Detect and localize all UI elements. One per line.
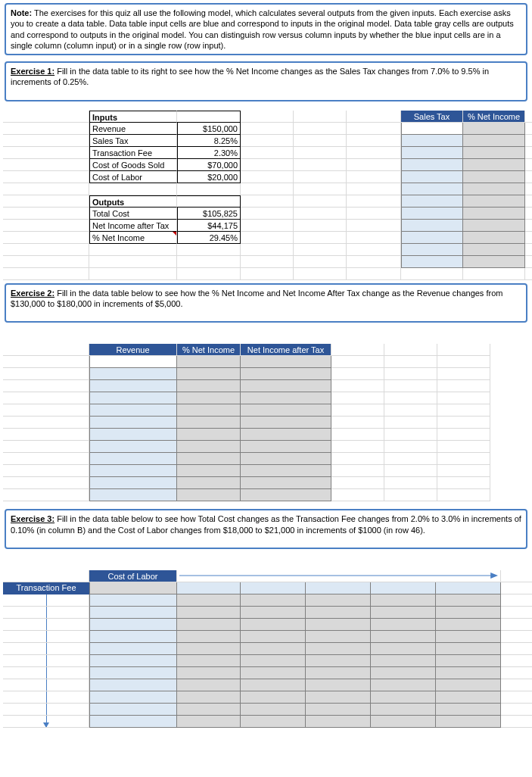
dt1-input-cell[interactable] <box>401 195 463 208</box>
dt3-output-cell[interactable] <box>306 655 371 667</box>
dt2-output-cell[interactable] <box>241 392 331 404</box>
dt1-output-cell[interactable] <box>463 220 525 232</box>
dt3-output-cell[interactable] <box>371 679 436 691</box>
dt2-output-cell[interactable] <box>177 368 241 380</box>
dt3-col-input-cell[interactable] <box>89 655 177 667</box>
dt3-output-cell[interactable] <box>371 631 436 643</box>
dt3-output-cell[interactable] <box>177 631 241 643</box>
dt3-output-cell[interactable] <box>177 655 241 667</box>
dt1-output-cell[interactable] <box>463 123 525 135</box>
dt1-output-cell[interactable] <box>463 147 525 159</box>
dt3-row-input-cell[interactable] <box>371 582 436 594</box>
dt1-output-cell[interactable] <box>463 183 525 195</box>
dt2-output-cell[interactable] <box>177 489 241 501</box>
dt3-output-cell[interactable] <box>241 607 306 619</box>
dt2-output-cell[interactable] <box>177 356 241 368</box>
dt3-output-cell[interactable] <box>241 691 306 704</box>
dt3-output-cell[interactable] <box>177 619 241 631</box>
dt2-input-cell[interactable] <box>89 453 177 465</box>
dt3-output-cell[interactable] <box>371 643 436 655</box>
dt2-output-cell[interactable] <box>177 429 241 441</box>
dt2-input-cell[interactable] <box>89 392 177 404</box>
dt3-output-cell[interactable] <box>177 594 241 607</box>
dt3-col-input-cell[interactable] <box>89 704 177 716</box>
dt3-output-cell[interactable] <box>306 667 371 679</box>
dt2-output-cell[interactable] <box>241 356 331 368</box>
dt3-row-input-cell[interactable] <box>241 582 306 594</box>
dt2-output-cell[interactable] <box>177 392 241 404</box>
dt3-output-cell[interactable] <box>306 631 371 643</box>
dt3-output-cell[interactable] <box>436 643 501 655</box>
dt3-output-cell[interactable] <box>241 704 306 716</box>
dt3-col-input-cell[interactable] <box>89 679 177 691</box>
dt2-output-cell[interactable] <box>241 465 331 477</box>
dt3-output-cell[interactable] <box>241 655 306 667</box>
dt3-output-cell[interactable] <box>306 716 371 728</box>
dt2-output-cell[interactable] <box>177 380 241 392</box>
dt2-output-cell[interactable] <box>241 368 331 380</box>
dt3-col-input-cell[interactable] <box>89 619 177 631</box>
dt2-output-cell[interactable] <box>177 465 241 477</box>
dt2-output-cell[interactable] <box>177 477 241 489</box>
dt2-output-cell[interactable] <box>241 404 331 417</box>
dt2-output-cell[interactable] <box>177 404 241 417</box>
dt3-output-cell[interactable] <box>436 619 501 631</box>
dt1-output-cell[interactable] <box>463 171 525 183</box>
dt3-output-cell[interactable] <box>436 631 501 643</box>
dt3-output-cell[interactable] <box>306 619 371 631</box>
dt2-input-cell[interactable] <box>89 465 177 477</box>
dt3-col-input-cell[interactable] <box>89 716 177 728</box>
dt1-input-cell[interactable] <box>401 183 463 195</box>
dt3-output-cell[interactable] <box>371 704 436 716</box>
dt1-input-cell[interactable] <box>401 220 463 232</box>
dt2-input-cell[interactable] <box>89 380 177 392</box>
dt1-input-cell[interactable] <box>401 147 463 159</box>
dt3-output-cell[interactable] <box>306 594 371 607</box>
dt3-output-cell[interactable] <box>436 667 501 679</box>
dt3-output-cell[interactable] <box>371 655 436 667</box>
dt3-output-cell[interactable] <box>306 704 371 716</box>
dt3-col-input-cell[interactable] <box>89 607 177 619</box>
dt2-output-cell[interactable] <box>177 441 241 453</box>
dt3-row-input-cell[interactable] <box>436 582 501 594</box>
dt1-input-cell[interactable] <box>401 135 463 147</box>
dt2-output-cell[interactable] <box>241 453 331 465</box>
dt3-output-cell[interactable] <box>241 619 306 631</box>
dt3-output-cell[interactable] <box>177 643 241 655</box>
dt2-output-cell[interactable] <box>241 417 331 429</box>
dt2-input-cell[interactable] <box>89 368 177 380</box>
dt3-output-cell[interactable] <box>371 691 436 704</box>
dt2-input-cell[interactable] <box>89 429 177 441</box>
dt3-col-input-cell[interactable] <box>89 643 177 655</box>
dt2-input-cell[interactable] <box>89 441 177 453</box>
dt3-col-input-cell[interactable] <box>89 691 177 704</box>
dt3-output-cell[interactable] <box>436 716 501 728</box>
dt3-output-cell[interactable] <box>177 691 241 704</box>
dt1-output-cell[interactable] <box>463 256 525 268</box>
dt3-output-cell[interactable] <box>436 607 501 619</box>
dt1-output-cell[interactable] <box>463 208 525 220</box>
dt3-col-input-cell[interactable] <box>89 594 177 607</box>
dt3-output-cell[interactable] <box>436 704 501 716</box>
dt1-input-cell[interactable] <box>401 159 463 171</box>
dt1-input-cell[interactable] <box>401 232 463 244</box>
dt2-output-cell[interactable] <box>241 429 331 441</box>
dt3-output-cell[interactable] <box>177 679 241 691</box>
dt3-output-cell[interactable] <box>306 679 371 691</box>
dt1-input-cell[interactable] <box>401 171 463 183</box>
dt3-output-cell[interactable] <box>241 679 306 691</box>
dt3-col-input-cell[interactable] <box>89 631 177 643</box>
dt3-output-cell[interactable] <box>241 643 306 655</box>
dt1-output-cell[interactable] <box>463 195 525 208</box>
dt2-input-cell[interactable] <box>89 404 177 417</box>
dt2-output-cell[interactable] <box>177 453 241 465</box>
dt3-output-cell[interactable] <box>177 716 241 728</box>
dt2-input-cell[interactable] <box>89 489 177 501</box>
dt3-output-cell[interactable] <box>177 667 241 679</box>
dt2-output-cell[interactable] <box>241 489 331 501</box>
dt3-output-cell[interactable] <box>241 716 306 728</box>
dt1-output-cell[interactable] <box>463 244 525 256</box>
dt3-output-cell[interactable] <box>306 607 371 619</box>
dt3-output-cell[interactable] <box>371 619 436 631</box>
dt3-output-cell[interactable] <box>306 691 371 704</box>
